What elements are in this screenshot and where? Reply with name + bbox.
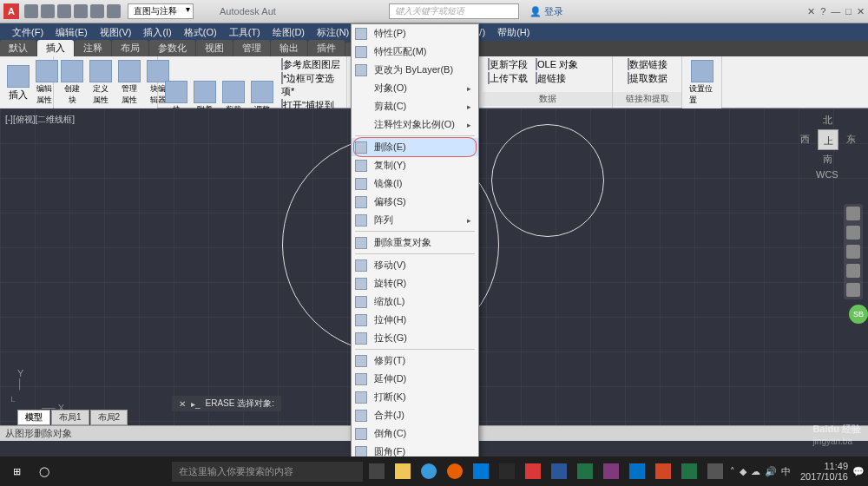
powerpoint-icon[interactable] [651, 459, 675, 483]
viewcube-top[interactable]: 上 [818, 129, 838, 150]
circle-object[interactable] [491, 124, 604, 237]
menu-item[interactable]: 注释性对象比例(O) [352, 115, 478, 134]
menu-item[interactable]: 特性(P) [352, 24, 478, 43]
menu-item[interactable]: 插入(I) [138, 24, 176, 41]
workspace-dropdown[interactable]: 直图与注释 [128, 3, 194, 19]
ribbon-tab[interactable]: 管理 [233, 40, 270, 56]
menu-item[interactable]: 延伸(D) [352, 370, 478, 388]
menu-item[interactable]: 绘图(D) [267, 24, 310, 41]
sb-badge[interactable]: SB [849, 305, 868, 324]
ribbon-tab[interactable]: 默认 [0, 40, 36, 56]
ribbon-button[interactable]: 创建块 [59, 58, 85, 108]
taskview-icon[interactable] [365, 459, 389, 483]
menu-item[interactable]: 拉伸(H) [352, 311, 478, 329]
command-line[interactable]: ✕ ▸_ ERASE 选择对象: [172, 396, 281, 411]
menu-item[interactable]: 镜像(I) [352, 174, 478, 193]
ribbon-tab[interactable]: 注释 [75, 40, 111, 56]
help-icon[interactable]: ? [820, 6, 825, 17]
close-icon[interactable]: ✕ [857, 6, 865, 17]
menu-item[interactable]: 标注(N) [312, 24, 354, 41]
ribbon-tab[interactable]: 输出 [271, 40, 307, 56]
menu-item[interactable]: 修剪(T) [352, 351, 478, 370]
ribbon-button[interactable]: 提取数据 [628, 72, 667, 85]
menu-item[interactable]: 旋转(R) [352, 274, 478, 292]
menu-item[interactable]: 更改为 ByLayer(B) [352, 61, 478, 79]
tray-icon[interactable]: ☁ [751, 466, 760, 477]
open-icon[interactable] [41, 4, 55, 18]
edge-icon[interactable] [469, 459, 493, 483]
cortana-icon[interactable]: ◯ [31, 459, 57, 483]
menu-item[interactable]: 移动(V) [352, 256, 478, 274]
menu-item[interactable]: 删除(E) [352, 138, 478, 156]
menu-item[interactable]: 特性匹配(M) [352, 43, 478, 61]
tray-ime-icon[interactable]: 中 [781, 465, 791, 478]
excel-icon[interactable] [573, 459, 597, 483]
menu-item[interactable]: 对象(O) [352, 79, 478, 97]
menu-item[interactable]: 工具(T) [224, 24, 266, 41]
menu-item[interactable]: 打断(K) [352, 388, 478, 406]
taskbar-search[interactable]: 在这里输入你要搜索的内容 [172, 462, 363, 482]
ribbon-tab[interactable]: 布局 [112, 40, 148, 56]
explorer-icon[interactable] [391, 459, 415, 483]
menu-item[interactable]: 视图(V) [95, 24, 137, 41]
store-icon[interactable] [495, 459, 519, 483]
layout-tab[interactable]: 布局2 [90, 410, 128, 425]
exchange-icon[interactable]: ✕ [807, 6, 815, 17]
menu-item[interactable]: 剪裁(C) [352, 97, 478, 115]
word-icon[interactable] [547, 459, 571, 483]
menu-item[interactable]: 拉长(G) [352, 329, 478, 347]
ribbon-tab[interactable]: 插入 [37, 40, 74, 56]
menu-item[interactable]: 阵列 [352, 211, 478, 229]
excel2-icon[interactable] [677, 459, 701, 483]
ribbon-button[interactable]: *边框可变选项* [281, 72, 341, 98]
showmotion-icon[interactable] [846, 283, 860, 297]
drawing-canvas[interactable]: [-][俯视][二维线框] Y│ ── X └ 北 西 东 南 上 WCS SB… [0, 108, 868, 441]
signin-link[interactable]: 👤 登录 [529, 5, 563, 18]
help-search-input[interactable]: 键入关键字或短语 [389, 3, 519, 19]
app-logo[interactable]: A [3, 3, 19, 19]
orbit-icon[interactable] [846, 264, 860, 278]
menu-item[interactable]: 倒角(C) [352, 424, 478, 443]
tray-arrow-icon[interactable]: ˄ [730, 466, 735, 477]
ribbon-button[interactable]: 参考底图图层 [281, 58, 341, 71]
ribbon-button[interactable]: 超链接 [536, 72, 578, 85]
ribbon-button[interactable]: 管理属性 [116, 58, 142, 108]
clock[interactable]: 11:492017/10/16 [800, 461, 848, 482]
close-cmd-icon[interactable]: ✕ [179, 399, 186, 409]
new-icon[interactable] [24, 4, 38, 18]
ribbon-button[interactable]: OLE 对象 [536, 58, 578, 71]
menu-item[interactable]: 删除重复对象 [352, 233, 478, 252]
undo-icon[interactable] [90, 4, 104, 18]
menu-item[interactable]: 格式(O) [179, 24, 222, 41]
ie-icon[interactable] [417, 459, 441, 483]
zoom-icon[interactable] [846, 245, 860, 259]
viewport-label[interactable]: [-][俯视][二维线框] [5, 114, 75, 126]
wheel-icon[interactable] [846, 207, 860, 220]
ribbon-button[interactable]: 数据链接 [628, 58, 667, 71]
ribbon-tab[interactable]: 插件 [308, 40, 345, 56]
view-cube[interactable]: 北 西 东 南 上 WCS [804, 115, 852, 164]
menu-item[interactable]: 合并(J) [352, 406, 478, 424]
insert-button[interactable]: 插入 [5, 63, 31, 103]
outlook-icon[interactable] [625, 459, 649, 483]
app-icon[interactable] [703, 459, 727, 483]
tray-icon[interactable]: ◆ [740, 466, 746, 477]
ribbon-button[interactable]: 更新字段 [488, 58, 528, 71]
menu-item[interactable]: 偏移(S) [352, 193, 478, 211]
ribbon-tab[interactable]: 视图 [196, 40, 233, 56]
location-button[interactable]: 设置位置 [687, 58, 716, 108]
save-icon[interactable] [57, 4, 71, 18]
tray-icon[interactable]: 🔊 [765, 466, 777, 477]
menu-item[interactable]: 编辑(E) [50, 24, 93, 41]
notifications-icon[interactable]: 💬 [852, 466, 865, 477]
menu-item[interactable]: 帮助(H) [492, 24, 535, 41]
maximize-icon[interactable]: □ [845, 6, 852, 17]
ribbon-button[interactable]: 上传下载 [488, 72, 528, 85]
layout-tab[interactable]: 布局1 [51, 410, 89, 425]
ribbon-tab[interactable]: 参数化 [149, 40, 195, 56]
minimize-icon[interactable]: — [831, 6, 840, 17]
menu-item[interactable]: 文件(F) [7, 24, 49, 41]
firefox-icon[interactable] [443, 459, 467, 483]
start-button[interactable]: ⊞ [3, 459, 30, 483]
layout-tab[interactable]: 模型 [17, 410, 50, 425]
